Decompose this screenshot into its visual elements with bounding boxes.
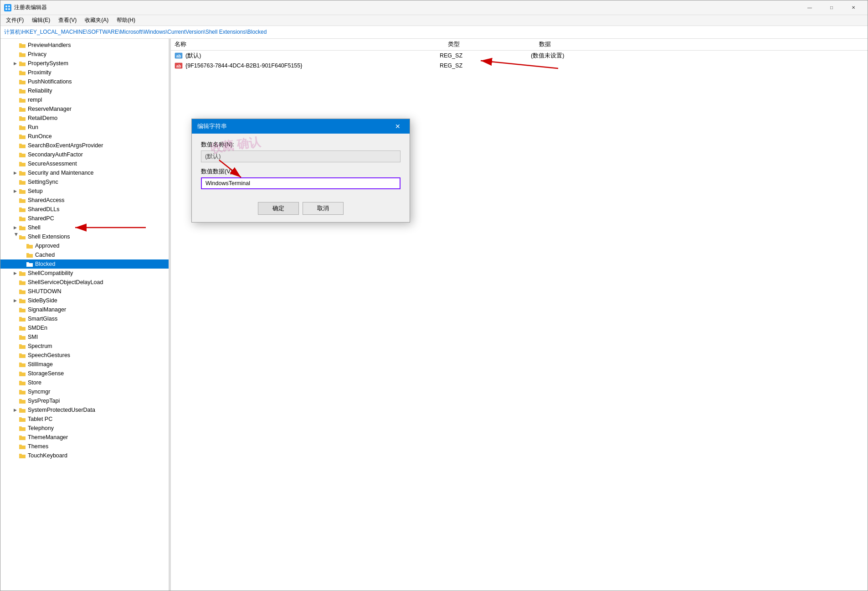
tree-label: PushNotifications [28,78,72,85]
tree-item-settingsync[interactable]: ▶ SettingSync [0,177,169,187]
svg-text:ab: ab [176,54,181,58]
folder-icon [19,297,26,304]
toggle-expand[interactable]: ▶ [11,187,19,195]
tree-item-reliability[interactable]: ▶ Reliability [0,86,169,95]
folder-icon [19,161,26,167]
minimize-button[interactable]: — [799,0,820,15]
tree-item-shell-extensions[interactable]: ▶ Shell Extensions [0,232,169,241]
menu-view[interactable]: 查看(V) [55,16,80,25]
tree-item-telephony[interactable]: ▶ Telephony [0,424,169,433]
dialog-name-label: 数值名称(N): [201,141,401,149]
tree-item-secureassessment[interactable]: ▶ SecureAssessment [0,159,169,168]
toggle-expand[interactable]: ▶ [11,169,19,176]
tree-item-retaildemo[interactable]: ▶ RetailDemo [0,114,169,123]
tree-item-privacy[interactable]: ▶ Privacy [0,50,169,59]
tree-item-shutdown[interactable]: ▶ SHUTDOWN [0,287,169,296]
folder-icon [19,452,26,459]
maximize-button[interactable]: □ [821,0,842,15]
menu-help[interactable]: 帮助(H) [113,16,139,25]
close-button[interactable]: ✕ [843,0,864,15]
tree-item-runonce[interactable]: ▶ RunOnce [0,132,169,141]
tree-item-searchboxeventargsprovider[interactable]: ▶ SearchBoxEventArgsProvider [0,141,169,150]
tree-item-sharedpc[interactable]: ▶ SharedPC [0,214,169,223]
tree-item-secondaryauthfactor[interactable]: ▶ SecondaryAuthFactor [0,150,169,159]
tree-item-proximity[interactable]: ▶ Proximity [0,68,169,77]
tree-item-shellcompatibility[interactable]: ▶ ShellCompatibility [0,269,169,278]
tree-item-stillimage[interactable]: ▶ StillImage [0,360,169,369]
tree-item-approved[interactable]: ▶ Approved [0,241,169,250]
app-icon [4,4,11,11]
tree-label: SideBySide [28,297,57,304]
svg-rect-0 [5,5,7,7]
tree-label: Shell Extensions [28,233,70,240]
folder-icon [19,215,26,222]
table-row[interactable]: ab (默认) REG_SZ (数值未设置) [171,51,868,61]
tree-item-systemprotecteduserdata[interactable]: ▶ SystemProtectedUserData [0,405,169,415]
menu-edit[interactable]: 编辑(E) [28,16,54,25]
tree-item-themes[interactable]: ▶ Themes [0,442,169,451]
tree-item-sharedaccess[interactable]: ▶ SharedAccess [0,196,169,205]
tree-item-reservemanager[interactable]: ▶ ReserveManager [0,104,169,114]
tree-item-rempl[interactable]: ▶ rempl [0,95,169,104]
tree-label: SecondaryAuthFactor [28,151,83,158]
tree-item-touchkeyboard[interactable]: ▶ TouchKeyboard [0,451,169,460]
folder-icon [19,316,26,322]
tree-item-propertysystem[interactable]: ▶ PropertySystem [0,59,169,68]
row-name-default: ab (默认) [175,52,440,60]
tree-item-smartglass[interactable]: ▶ SmartGlass [0,314,169,323]
tree-item-run[interactable]: ▶ Run [0,123,169,132]
tree-item-storagesense[interactable]: ▶ StorageSense [0,369,169,378]
folder-icon [19,88,26,94]
tree-item-setup[interactable]: ▶ Setup [0,187,169,196]
tree-item-tabletpc[interactable]: ▶ Tablet PC [0,415,169,424]
dialog-data-input[interactable] [201,177,401,189]
folder-icon [19,379,26,386]
folder-icon [19,443,26,450]
folder-icon-open [19,233,26,240]
tree-item-store[interactable]: ▶ Store [0,378,169,387]
tree-item-shell[interactable]: ▶ Shell [0,223,169,232]
menu-file[interactable]: 文件(F) [2,16,27,25]
tree-label: StorageSense [28,370,64,377]
tree-label: PropertySystem [28,60,68,67]
table-row[interactable]: ab {9F156763-7844-4DC4-B2B1-901F640F5155… [171,61,868,71]
toggle-collapse[interactable]: ▶ [11,233,19,240]
folder-icon [19,370,26,377]
tree-item-speechgestures[interactable]: ▶ SpeechGestures [0,351,169,360]
dialog-ok-button[interactable]: 确定 [258,202,299,215]
breadcrumb[interactable]: 计算机\HKEY_LOCAL_MACHINE\SOFTWARE\Microsof… [0,26,868,39]
main-window: 注册表编辑器 — □ ✕ 文件(F) 编辑(E) 查看(V) 收藏夹(A) 帮助… [0,0,868,591]
tree-label: TouchKeyboard [28,452,67,459]
folder-icon [19,97,26,103]
tree-item-pushnotifications[interactable]: ▶ PushNotifications [0,77,169,86]
edit-string-dialog: 编辑字符串 ✕ 数值名称(N): (默认) 数值数据(V): 收藏 确认 确定 … [191,119,410,223]
tree-item-previewhandlers[interactable]: ▶ PreviewHandlers [0,41,169,50]
toggle-expand[interactable]: ▶ [11,60,19,67]
folder-icon [19,416,26,422]
menu-favorites[interactable]: 收藏夹(A) [81,16,112,25]
dialog-cancel-button[interactable]: 取消 [303,202,344,215]
tree-item-blocked[interactable]: ▶ Blocked [0,259,169,269]
tree-item-spectrum[interactable]: ▶ Spectrum [0,342,169,351]
tree-item-security-and-maintenance[interactable]: ▶ Security and Maintenance [0,168,169,177]
tree-item-shareddlls[interactable]: ▶ SharedDLLs [0,205,169,214]
folder-icon [19,343,26,349]
toggle-expand[interactable]: ▶ [11,297,19,304]
toggle-expand[interactable]: ▶ [11,406,19,414]
tree-item-shellserviceobjectdelayload[interactable]: ▶ ShellServiceObjectDelayLoad [0,278,169,287]
dialog-close-button[interactable]: ✕ [391,120,404,133]
col-header-data: 数据 [539,41,864,48]
tree-item-syspreptapi[interactable]: ▶ SysPrepTapi [0,396,169,405]
folder-icon [19,69,26,76]
tree-item-smi[interactable]: ▶ SMI [0,332,169,342]
tree-item-sidebyside[interactable]: ▶ SideBySide [0,296,169,305]
tree-item-smden[interactable]: ▶ SMDEn [0,323,169,332]
toggle-expand[interactable]: ▶ [11,224,19,231]
tree-item-syncmgr[interactable]: ▶ Syncmgr [0,387,169,396]
tree-item-thememanager[interactable]: ▶ ThemeManager [0,433,169,442]
tree-item-cached[interactable]: ▶ Cached [0,250,169,259]
toggle-expand[interactable]: ▶ [11,270,19,277]
folder-icon [19,361,26,368]
tree-label: SHUTDOWN [28,288,62,295]
tree-item-signalmanager[interactable]: ▶ SignalManager [0,305,169,314]
